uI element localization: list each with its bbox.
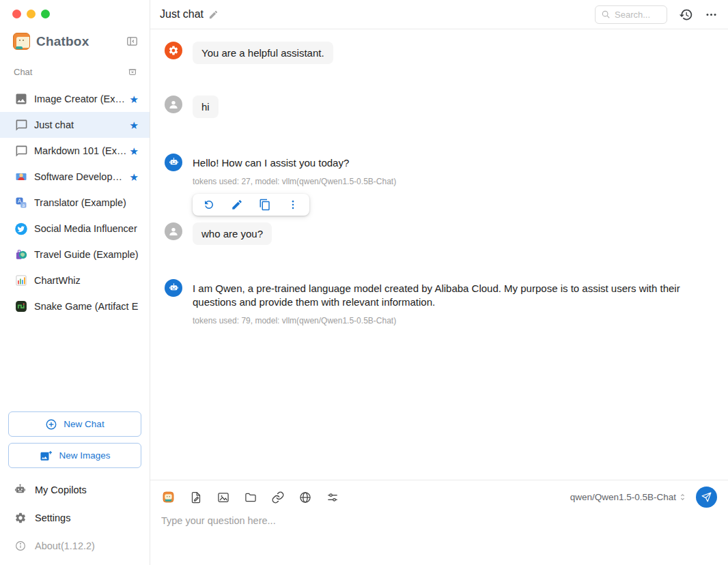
star-icon[interactable]: ★	[130, 94, 139, 104]
message-text: Hello! How can I assist you today?	[193, 154, 396, 170]
copy-icon[interactable]	[259, 199, 271, 211]
chevron-up-down-icon	[678, 492, 687, 502]
chat-bubble-icon	[14, 144, 28, 158]
header-actions	[595, 5, 718, 24]
regenerate-icon[interactable]	[203, 199, 215, 211]
info-icon	[14, 539, 27, 552]
message-meta: tokens used: 79, model: vllm(qwen/Qwen1.…	[193, 316, 715, 325]
new-images-button[interactable]: New Images	[8, 443, 141, 468]
sidebar-item-label: Software Develop…	[34, 171, 126, 182]
message-meta: tokens used: 27, model: vllm(qwen/Qwen1.…	[193, 177, 396, 186]
star-icon[interactable]: ★	[130, 120, 139, 130]
search-input[interactable]	[615, 10, 662, 20]
history-icon[interactable]	[679, 8, 693, 22]
settings-item[interactable]: Settings	[0, 504, 150, 532]
search-box[interactable]	[595, 5, 667, 24]
minimize-button[interactable]	[27, 10, 36, 18]
star-icon[interactable]: ★	[130, 146, 139, 156]
user-avatar	[165, 222, 182, 240]
sidebar-item-label: Just chat	[34, 119, 126, 130]
message-settings-icon[interactable]	[325, 490, 339, 504]
message-input[interactable]	[161, 515, 717, 556]
message-toolbar	[193, 194, 309, 216]
gear-icon	[14, 511, 27, 524]
sidebar-item-label: Snake Game (Artifact E…	[34, 301, 139, 312]
more-menu-icon[interactable]	[705, 8, 718, 21]
chatbox-model-icon[interactable]	[161, 490, 176, 504]
edit-message-icon[interactable]	[231, 199, 243, 211]
sidebar-item-travel-guide[interactable]: Travel Guide (Example)	[0, 242, 150, 267]
technologist-icon	[14, 170, 28, 184]
twitter-bird-icon	[14, 222, 28, 235]
new-chat-label: New Chat	[64, 419, 104, 429]
sidebar-item-label: Translator (Example)	[34, 197, 139, 208]
user-avatar	[165, 96, 182, 113]
composer-toolbar	[161, 490, 339, 504]
attach-image-icon[interactable]	[216, 490, 230, 504]
zoom-button[interactable]	[41, 10, 50, 18]
settings-label: Settings	[35, 512, 70, 523]
chat-section-header: Chat	[0, 66, 150, 77]
message-text: I am Qwen, a pre-trained language model …	[193, 279, 715, 309]
chat-section-label: Chat	[14, 67, 127, 77]
sidebar: Chatbox Chat Image	[0, 0, 150, 565]
header: Just chat	[150, 0, 728, 29]
sidebar-item-image-creator[interactable]: Image Creator (Ex… ★	[0, 86, 150, 112]
sidebar-item-software-developer[interactable]: Software Develop… ★	[0, 164, 150, 190]
snake-game-icon	[14, 300, 28, 313]
search-icon	[601, 10, 611, 19]
my-copilots-item[interactable]: My Copilots	[0, 476, 150, 504]
main-panel: Just chat	[150, 0, 728, 565]
robot-icon	[14, 483, 27, 496]
edit-title-icon[interactable]	[208, 10, 219, 20]
image-icon	[14, 92, 28, 106]
sidebar-item-markdown-101[interactable]: Markdown 101 (Ex… ★	[0, 138, 150, 164]
about-label: About(1.12.2)	[35, 540, 95, 551]
sidebar-footer: My Copilots Settings About(1.12.2)	[0, 476, 150, 565]
sidebar-item-label: Markdown 101 (Ex…	[34, 145, 126, 156]
star-icon[interactable]: ★	[130, 172, 139, 182]
brand-row: Chatbox	[0, 33, 150, 50]
assistant-avatar	[165, 154, 182, 171]
sidebar-item-social-media-influencer[interactable]: Social Media Influencer …	[0, 216, 150, 242]
message-assistant: I am Qwen, a pre-trained language model …	[161, 279, 718, 325]
web-browsing-icon[interactable]	[298, 490, 312, 504]
sidebar-item-chartwhiz[interactable]: ChartWhiz	[0, 267, 150, 293]
plus-circle-icon	[45, 418, 57, 431]
send-button[interactable]	[696, 487, 717, 508]
message-text: who are you?	[193, 222, 272, 245]
system-avatar	[165, 42, 182, 59]
message-list: You are a helpful assistant. hi	[150, 29, 728, 480]
chatbox-window: Chatbox Chat Image	[0, 0, 728, 565]
clear-conversations-icon[interactable]	[127, 66, 138, 77]
attach-file-icon[interactable]	[188, 490, 203, 504]
translate-icon: A a	[14, 196, 28, 209]
attach-link-icon[interactable]	[270, 490, 285, 504]
more-vert-icon[interactable]	[287, 199, 299, 211]
chat-bubble-icon	[14, 118, 28, 132]
collapse-sidebar-icon[interactable]	[126, 35, 139, 48]
bar-chart-icon	[14, 274, 28, 287]
app-title: Chatbox	[36, 34, 126, 49]
sidebar-item-just-chat[interactable]: Just chat ★	[0, 112, 150, 138]
message-text: hi	[193, 96, 219, 118]
chatbox-logo-icon	[13, 33, 30, 50]
new-chat-button[interactable]: New Chat	[8, 411, 141, 437]
model-selector[interactable]: qwen/Qwen1.5-0.5B-Chat	[570, 492, 687, 502]
sidebar-item-translator[interactable]: A a Translator (Example)	[0, 190, 150, 216]
message-system: You are a helpful assistant.	[161, 42, 718, 64]
sidebar-item-snake-game[interactable]: Snake Game (Artifact E…	[0, 293, 150, 319]
sidebar-item-label: ChartWhiz	[34, 275, 139, 286]
new-images-label: New Images	[59, 450, 110, 461]
close-button[interactable]	[12, 10, 21, 18]
travel-globe-icon	[14, 248, 28, 261]
assistant-avatar	[165, 279, 182, 297]
attach-folder-icon[interactable]	[243, 490, 257, 504]
image-plus-icon	[39, 450, 53, 462]
message-text: You are a helpful assistant.	[193, 42, 333, 64]
about-item[interactable]: About(1.12.2)	[0, 532, 150, 560]
sidebar-item-label: Image Creator (Ex…	[34, 93, 126, 104]
conversation-title: Just chat	[160, 8, 204, 20]
send-plane-icon	[701, 491, 712, 503]
traffic-lights	[0, 0, 150, 18]
